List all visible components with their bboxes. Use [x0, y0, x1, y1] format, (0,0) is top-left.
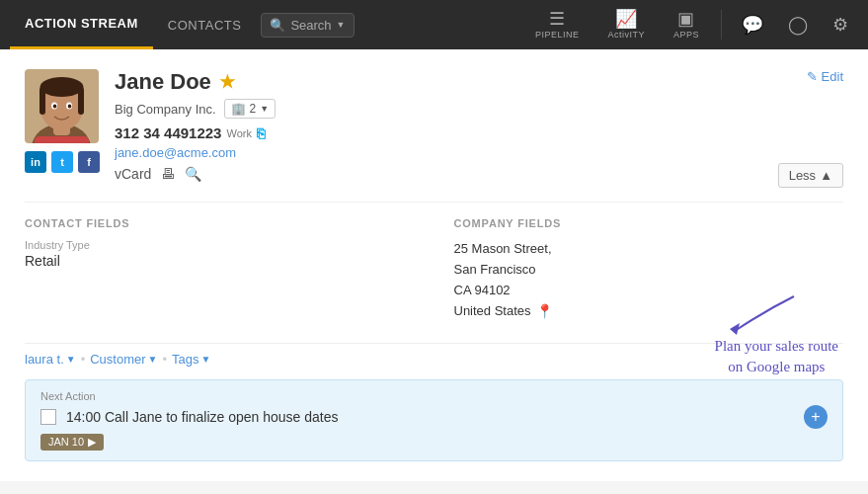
customer-caret-icon: ▼ — [148, 354, 158, 365]
activity-checkbox[interactable] — [40, 409, 56, 425]
company-count: 2 — [250, 102, 257, 116]
svg-point-9 — [53, 105, 57, 109]
social-icons: in t f — [25, 151, 100, 173]
contact-info: Jane Doe ★ Big Company Inc. 🏢 2 ▼ 312 34… — [115, 69, 843, 182]
phone-type: Work — [226, 127, 251, 139]
activity-row: 14:00 Call Jane to finalize open house d… — [40, 405, 828, 429]
nav-right-icons: ☰ PIPELINE 📈 ActivITY ▣ APPS 💬 ◯ ⚙ — [523, 10, 858, 40]
svg-point-4 — [40, 77, 84, 97]
nav-settings[interactable]: ⚙ — [823, 14, 858, 36]
industry-type-label: Industry Type — [25, 239, 415, 251]
avatar-container: in t f — [25, 69, 100, 173]
vcard-label[interactable]: vCard — [115, 166, 151, 182]
print-icon[interactable]: 🖶 — [161, 166, 175, 182]
user-caret-icon: ▼ — [66, 354, 76, 365]
building-icon: 🏢 — [231, 102, 246, 116]
svg-rect-11 — [35, 136, 89, 143]
less-label: Less — [789, 168, 816, 183]
date-badge-text: JAN 10 — [48, 436, 84, 448]
contact-fields-column: CONTACT FIELDS Industry Type Retail — [25, 217, 415, 323]
company-fields-header: COMPANY FIELDS — [454, 217, 844, 229]
user-tag[interactable]: laura t. ▼ — [25, 352, 76, 367]
nav-action-stream[interactable]: ACTION STREAM — [10, 0, 153, 49]
annotation-text: Plan your sales route on Google maps — [715, 291, 838, 377]
edit-label: Edit — [822, 69, 843, 84]
svg-rect-6 — [78, 87, 84, 115]
tags-label: Tags — [172, 352, 198, 367]
activity-section: Next Action 14:00 Call Jane to finalize … — [25, 379, 843, 461]
less-button[interactable]: Less ▲ — [778, 163, 843, 188]
linkedin-icon[interactable]: in — [25, 151, 46, 173]
svg-rect-5 — [39, 87, 45, 115]
edit-icon: ✎ — [807, 69, 818, 84]
search-bar[interactable]: 🔍 Search ▼ — [261, 13, 354, 38]
tags-tag[interactable]: Tags ▼ — [172, 352, 210, 367]
customer-tag[interactable]: Customer ▼ — [90, 352, 157, 367]
customer-label: Customer — [90, 352, 145, 367]
nav-divider — [721, 10, 722, 40]
nav-apps[interactable]: ▣ APPS — [662, 10, 711, 40]
contact-name-row: Jane Doe ★ — [115, 69, 843, 95]
svg-marker-12 — [730, 323, 740, 335]
phone-row: 312 34 4491223 Work ⎘ — [115, 124, 843, 141]
email-link[interactable]: jane.doe@acme.com — [115, 145, 843, 160]
nav-chat[interactable]: 💬 — [732, 14, 773, 36]
nav-pipeline[interactable]: ☰ PIPELINE — [523, 10, 592, 40]
nav-contacts[interactable]: CONTACTS — [153, 0, 257, 49]
pipeline-label: PIPELINE — [535, 30, 580, 40]
svg-point-10 — [68, 105, 72, 109]
search-label: Search — [290, 18, 331, 33]
action-icons: vCard 🖶 🔍 — [115, 166, 843, 182]
company-badge[interactable]: 🏢 2 ▼ — [224, 99, 276, 119]
map-pin-icon[interactable]: 📍 — [536, 300, 553, 322]
industry-type-value: Retail — [25, 253, 415, 269]
add-activity-button[interactable]: + — [804, 405, 828, 429]
activity-label: Next Action — [40, 390, 828, 402]
activity-icon: 📈 — [615, 10, 637, 28]
sep2: • — [162, 352, 167, 367]
activity-date-badge: JAN 10 ▶ — [40, 434, 104, 451]
contact-header: in t f Jane Doe ★ Big Company Inc. 🏢 2 ▼… — [25, 69, 843, 182]
collapse-icon: ▲ — [820, 168, 832, 183]
search-contact-icon[interactable]: 🔍 — [185, 166, 201, 182]
facebook-icon[interactable]: f — [78, 151, 100, 173]
annotation-arrow — [715, 291, 804, 341]
nav-help[interactable]: ◯ — [778, 14, 818, 36]
date-badge-arrow: ▶ — [88, 436, 96, 449]
annotation-line2: on Google maps — [728, 359, 825, 374]
search-icon: 🔍 — [270, 18, 285, 33]
skype-icon[interactable]: ⎘ — [257, 125, 265, 141]
nav-activity[interactable]: 📈 ActivITY — [595, 10, 657, 40]
tags-caret-icon: ▼ — [201, 354, 211, 365]
address-line2: San Francisco — [454, 260, 844, 281]
avatar — [25, 69, 99, 143]
address-line4: United States — [454, 301, 531, 322]
apps-label: APPS — [673, 30, 699, 40]
contact-fields-header: CONTACT FIELDS — [25, 217, 415, 229]
search-caret: ▼ — [337, 20, 346, 30]
contact-name: Jane Doe — [115, 69, 211, 95]
twitter-icon[interactable]: t — [51, 151, 73, 173]
address-line1: 25 Mason Street, — [454, 239, 844, 260]
phone-number: 312 34 4491223 — [115, 124, 221, 141]
favorite-star-icon[interactable]: ★ — [219, 71, 235, 93]
top-navigation: ACTION STREAM CONTACTS 🔍 Search ▼ ☰ PIPE… — [0, 0, 868, 49]
main-content: ✎ Edit — [0, 49, 868, 481]
user-label: laura t. — [25, 352, 64, 367]
pipeline-icon: ☰ — [549, 10, 565, 28]
activity-label: ActivITY — [607, 30, 645, 40]
edit-button[interactable]: ✎ Edit — [807, 69, 843, 84]
company-caret-icon: ▼ — [260, 104, 269, 114]
annotation-line1: Plan your sales route — [715, 338, 838, 354]
company-row: Big Company Inc. 🏢 2 ▼ — [115, 99, 843, 119]
company-name: Big Company Inc. — [115, 102, 216, 117]
activity-text: 14:00 Call Jane to finalize open house d… — [66, 409, 339, 425]
apps-icon: ▣ — [677, 10, 694, 28]
sep1: • — [81, 352, 86, 367]
